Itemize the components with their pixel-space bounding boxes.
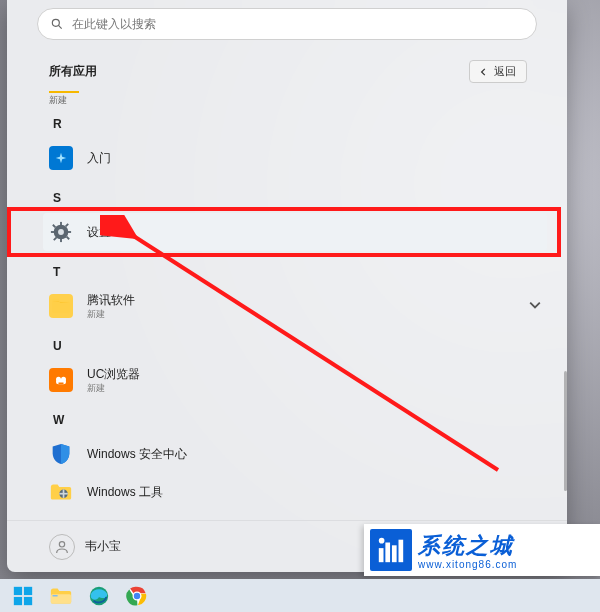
svg-rect-28 [399,540,404,563]
svg-rect-25 [379,548,384,562]
svg-rect-32 [14,596,22,604]
edge-icon [88,585,110,607]
app-item-label: Windows 工具 [87,484,163,500]
svg-line-1 [58,25,61,28]
app-item-ucbrowser[interactable]: UC浏览器 新建 [49,361,547,399]
svg-rect-6 [60,238,62,242]
user-account-button[interactable]: 韦小宝 [49,534,121,560]
search-input[interactable]: 在此键入以搜索 [37,8,537,40]
app-item-windows-tools[interactable]: Windows 工具 [49,473,547,511]
chrome-icon [126,585,148,607]
search-icon [50,17,64,31]
windows-logo-icon [12,585,34,607]
all-apps-list: 新建 R 入门 S 设置 T 腾讯软件 新建 [7,91,567,520]
app-item-label: UC浏览器 新建 [87,366,140,394]
tools-folder-icon [49,480,73,504]
watermark-url: www.xitong86.com [418,559,517,570]
scrollbar[interactable] [564,371,567,491]
back-button-label: 返回 [494,64,516,79]
all-apps-header: 所有应用 返回 [7,56,567,91]
app-item-tips[interactable]: 入门 [49,139,547,177]
app-item-label: 腾讯软件 新建 [87,292,135,320]
app-item-tencent-folder[interactable]: 腾讯软件 新建 [49,287,547,325]
letter-header-t[interactable]: T [53,265,547,279]
letter-header-r[interactable]: R [53,117,547,131]
search-placeholder-text: 在此键入以搜索 [72,16,156,33]
svg-point-4 [58,229,64,235]
shield-icon [49,442,73,466]
back-button[interactable]: 返回 [469,60,527,83]
new-badge: 新建 [49,91,79,107]
svg-rect-8 [67,231,71,233]
uc-browser-icon [49,368,73,392]
svg-rect-30 [14,586,22,594]
settings-icon [49,220,73,244]
letter-header-s[interactable]: S [53,191,547,205]
svg-rect-31 [24,586,32,594]
svg-rect-20 [59,493,67,495]
svg-rect-35 [53,595,58,596]
svg-rect-27 [392,545,397,562]
folder-icon [49,294,73,318]
taskbar-chrome[interactable] [120,582,154,610]
svg-rect-5 [60,222,62,226]
svg-point-0 [52,19,59,26]
svg-rect-7 [51,231,55,233]
taskbar-edge[interactable] [82,582,116,610]
start-menu-panel: 在此键入以搜索 所有应用 返回 新建 R 入门 S 设置 T [7,0,567,572]
svg-point-21 [59,541,64,546]
chevron-down-icon [529,299,541,314]
svg-rect-33 [24,596,32,604]
app-item-label: 入门 [87,150,111,166]
watermark-icon [370,529,412,571]
taskbar [0,579,600,612]
chevron-left-icon [480,68,488,76]
avatar-icon [49,534,75,560]
app-item-label: 设置 [87,224,111,240]
letter-header-u[interactable]: U [53,339,547,353]
taskbar-start-button[interactable] [6,582,40,610]
user-name: 韦小宝 [85,538,121,555]
folder-icon [50,587,72,605]
letter-header-w[interactable]: W [53,413,547,427]
app-item-windows-security[interactable]: Windows 安全中心 [49,435,547,473]
app-item-label: Windows 安全中心 [87,446,187,462]
taskbar-file-explorer[interactable] [44,582,78,610]
watermark-name: 系统之城 [418,531,517,561]
app-item-settings[interactable]: 设置 [43,213,547,251]
svg-rect-17 [59,383,64,385]
all-apps-title: 所有应用 [49,63,97,80]
svg-point-29 [379,538,385,544]
tips-icon [49,146,73,170]
svg-rect-26 [385,543,390,563]
watermark-logo: 系统之城 www.xitong86.com [364,524,600,576]
